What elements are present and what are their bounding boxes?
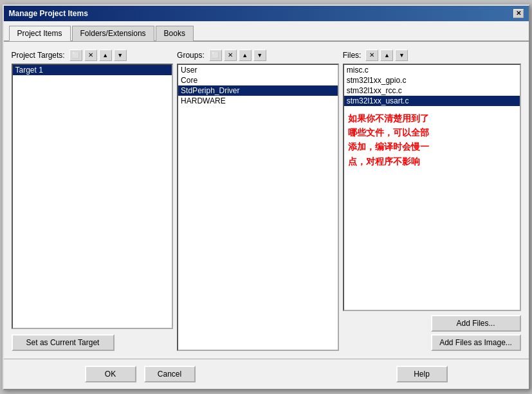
- groups-up-btn[interactable]: ▲: [239, 49, 252, 61]
- set-current-target-button[interactable]: Set as Current Target: [12, 334, 115, 351]
- files-header: Files: ✕ ▲ ▼: [343, 49, 521, 61]
- new-icon: ⬜: [212, 52, 219, 58]
- files-label: Files:: [343, 51, 362, 60]
- delete-icon: ✕: [369, 51, 374, 58]
- list-item[interactable]: Target 1: [13, 65, 172, 75]
- tab-folders-extensions[interactable]: Folders/Extensions: [72, 26, 154, 41]
- tab-bar: Project Items Folders/Extensions Books: [4, 21, 529, 42]
- content-area: Project Targets: ⬜ ✕ ▲ ▼ Target 1: [4, 42, 529, 359]
- files-delete-btn[interactable]: ✕: [365, 49, 378, 61]
- cancel-button[interactable]: Cancel: [144, 366, 196, 382]
- list-item[interactable]: stm32l1xx_usart.c: [344, 96, 520, 106]
- add-files-button[interactable]: Add Files...: [431, 315, 521, 332]
- add-files-as-image-button[interactable]: Add Files as Image...: [431, 334, 521, 351]
- targets-label: Project Targets:: [12, 51, 65, 60]
- up-icon: ▲: [242, 52, 248, 58]
- groups-label: Groups:: [177, 51, 205, 60]
- title-bar: Manage Project Items ✕: [4, 6, 529, 21]
- panels-row: Project Targets: ⬜ ✕ ▲ ▼ Target 1: [12, 49, 521, 351]
- list-item[interactable]: HARDWARE: [178, 96, 338, 106]
- ok-button[interactable]: OK: [85, 366, 136, 382]
- groups-list[interactable]: User Core StdPeriph_Driver HARDWARE: [177, 64, 339, 351]
- list-item[interactable]: misc.c: [344, 65, 520, 75]
- footer: OK Cancel Help: [4, 359, 529, 389]
- groups-panel: Groups: ⬜ ✕ ▲ ▼ User Core: [177, 49, 339, 351]
- manage-project-dialog: Manage Project Items ✕ Project Items Fol…: [3, 4, 530, 390]
- targets-delete-btn[interactable]: ✕: [84, 49, 97, 61]
- targets-list[interactable]: Target 1: [12, 64, 174, 329]
- down-icon: ▼: [117, 52, 123, 58]
- groups-delete-btn[interactable]: ✕: [224, 49, 237, 61]
- annotation-text: 如果你不清楚用到了哪些文件，可以全部添加，编译时会慢一点，对程序不影响: [344, 106, 520, 174]
- files-list[interactable]: misc.c stm32l1xx_gpio.c stm32l1xx_rcc.c …: [343, 64, 521, 311]
- delete-icon: ✕: [228, 51, 233, 58]
- list-item[interactable]: stm32l1xx_rcc.c: [344, 85, 520, 96]
- up-icon: ▲: [384, 52, 390, 58]
- dialog-title: Manage Project Items: [9, 9, 88, 18]
- list-item[interactable]: Core: [178, 75, 338, 85]
- up-icon: ▲: [102, 52, 108, 58]
- list-item[interactable]: User: [178, 65, 338, 75]
- list-item[interactable]: StdPeriph_Driver: [178, 85, 338, 96]
- targets-down-btn[interactable]: ▼: [114, 49, 127, 61]
- groups-header: Groups: ⬜ ✕ ▲ ▼: [177, 49, 339, 61]
- targets-panel: Project Targets: ⬜ ✕ ▲ ▼ Target 1: [12, 49, 174, 351]
- files-panel: Files: ✕ ▲ ▼ misc.c stm32l1xx_gpio.c stm…: [343, 49, 521, 351]
- down-icon: ▼: [399, 52, 405, 58]
- help-button[interactable]: Help: [396, 366, 448, 382]
- delete-icon: ✕: [88, 51, 93, 58]
- files-up-btn[interactable]: ▲: [380, 49, 393, 61]
- targets-new-btn[interactable]: ⬜: [69, 49, 82, 61]
- files-down-btn[interactable]: ▼: [395, 49, 408, 61]
- down-icon: ▼: [257, 52, 262, 58]
- files-action-buttons: Add Files... Add Files as Image...: [343, 315, 521, 351]
- tab-project-items[interactable]: Project Items: [9, 26, 71, 41]
- groups-down-btn[interactable]: ▼: [253, 49, 266, 61]
- tab-books[interactable]: Books: [156, 26, 194, 41]
- new-icon: ⬜: [72, 52, 79, 58]
- targets-up-btn[interactable]: ▲: [99, 49, 112, 61]
- targets-header: Project Targets: ⬜ ✕ ▲ ▼: [12, 49, 174, 61]
- groups-new-btn[interactable]: ⬜: [209, 49, 222, 61]
- set-target-btn-container: Set as Current Target: [12, 334, 115, 351]
- list-item[interactable]: stm32l1xx_gpio.c: [344, 75, 520, 85]
- close-button[interactable]: ✕: [513, 9, 524, 18]
